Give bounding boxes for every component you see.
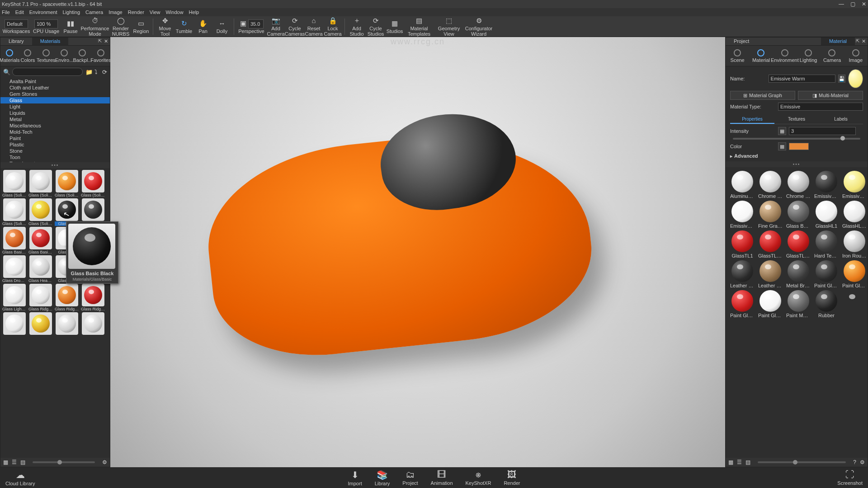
panel-pin-icon[interactable]: ⇱ (98, 38, 102, 43)
icontab-environment[interactable]: Environment (776, 49, 794, 63)
cpu-usage-button[interactable]: CPU Usage (32, 17, 61, 37)
menu-view[interactable]: View (150, 9, 160, 15)
configurator-wizard-button[interactable]: ⚙Configurator Wizard (464, 17, 493, 37)
category-item[interactable]: Liquids (0, 110, 110, 116)
material-thumbnail[interactable] (28, 312, 53, 335)
icontab-colors[interactable]: Colors (19, 49, 37, 63)
category-item[interactable]: Mold-Tech (0, 129, 110, 135)
dock-keyshotxr[interactable]: ⎈KeyShotXR (466, 469, 491, 486)
thumbnail-size-slider[interactable] (33, 461, 95, 463)
category-item[interactable]: Miscellaneous (0, 122, 110, 129)
grid-view-icon[interactable]: ▦ (728, 459, 733, 465)
icontab-scene[interactable]: Scene (728, 49, 746, 63)
workspaces-preset[interactable]: Workspaces (2, 17, 31, 37)
project-material-thumbnail[interactable]: Emissive Wa... (730, 201, 755, 229)
panel-splitter[interactable]: ••• (0, 162, 110, 168)
project-material-thumbnail[interactable]: GlassHLBu... (842, 201, 867, 229)
cycle-studios-button[interactable]: ⟳Cycle Studios (367, 17, 385, 37)
menu-file[interactable]: File (2, 9, 10, 15)
icontab-image[interactable]: Image (847, 49, 865, 63)
compact-view-icon[interactable]: ▤ (20, 459, 25, 465)
project-material-thumbnail[interactable]: Metal Brush... (786, 260, 811, 288)
tab-material[interactable]: Material (821, 38, 855, 45)
dock-library[interactable]: 📚Library (375, 469, 390, 486)
material-name-input[interactable] (769, 75, 835, 83)
pause-button[interactable]: ▮▮Pause (61, 17, 80, 37)
settings-icon[interactable]: ⚙ (860, 459, 865, 465)
minimize-button[interactable]: — (839, 1, 844, 7)
menu-camera[interactable]: Camera (85, 9, 103, 15)
texture-slot-icon[interactable]: ▦ (778, 142, 786, 150)
region-button[interactable]: ▭Region (132, 17, 150, 37)
project-material-thumbnail[interactable]: Paint Gloss ... (730, 290, 755, 318)
category-item[interactable]: Plastic (0, 141, 110, 148)
icontab-textures[interactable]: Textures (37, 49, 55, 63)
project-material-thumbnail[interactable]: GlassTLBum... (758, 230, 783, 258)
subtab-textures[interactable]: Textures (774, 115, 819, 124)
project-material-thumbnail[interactable]: Emissive Wa... (842, 171, 867, 199)
close-button[interactable]: ✕ (862, 1, 866, 7)
project-material-thumbnail[interactable]: Emissive Cool (814, 171, 839, 199)
material-thumbnail[interactable]: Glass Basic ... (28, 227, 53, 254)
material-templates-button[interactable]: ▤Material Templates (405, 17, 434, 37)
material-thumbnail[interactable]: Glass (Solid)... (81, 170, 105, 197)
folder-icon[interactable]: 📁 (85, 69, 92, 75)
move-tool-button[interactable]: ✥Move Tool (156, 17, 174, 37)
menu-render[interactable]: Render (128, 9, 144, 15)
category-item[interactable]: Metal (0, 116, 110, 122)
icontab-backplates[interactable]: Backpl... (73, 49, 91, 63)
icontab-camera[interactable]: Camera (823, 49, 841, 63)
render-viewport[interactable]: www.rrcg.cn (110, 37, 725, 467)
project-materials-grid[interactable]: Aluminum R...Chrome Poli...Chrome Ro...E… (726, 167, 868, 458)
material-thumbnail[interactable] (55, 312, 79, 335)
project-material-thumbnail[interactable]: Iron Rough (842, 230, 867, 258)
subtab-labels[interactable]: Labels (819, 115, 863, 124)
material-thumbnail[interactable]: Glass Ridge... (81, 284, 105, 311)
project-material-thumbnail[interactable]: GlassHL1 (814, 201, 839, 229)
dock-render[interactable]: 🖼Render (504, 469, 520, 486)
perspective-button[interactable]: ▣ Perspective (237, 17, 266, 37)
project-material-thumbnail[interactable]: Leather Blac... (758, 260, 783, 288)
dolly-button[interactable]: ↔Dolly (213, 17, 231, 37)
lock-camera-button[interactable]: 🔒Lock Camera (324, 17, 342, 37)
menu-image[interactable]: Image (108, 9, 123, 15)
material-graph-button[interactable]: ⊞Material Graph (730, 91, 795, 100)
project-material-thumbnail[interactable]: Aluminum R... (730, 171, 755, 199)
maximize-button[interactable]: ▢ (850, 1, 855, 7)
dock-import[interactable]: ⬇Import (348, 469, 362, 486)
material-thumbnail[interactable]: Glass Light ... (2, 284, 27, 311)
save-material-icon[interactable]: 💾 (838, 75, 845, 83)
add-studio-button[interactable]: ＋Add Studio (348, 17, 366, 37)
menu-lighting[interactable]: Lighting (62, 9, 80, 15)
material-type-select[interactable] (778, 103, 863, 111)
project-material-thumbnail[interactable]: Glass Basic ... (786, 201, 811, 229)
tumble-button[interactable]: ↻Tumble (175, 17, 193, 37)
multi-material-button[interactable]: ◨Multi-Material (798, 91, 863, 100)
material-thumbnail[interactable] (81, 312, 105, 335)
grid-view-icon[interactable]: ▦ (3, 459, 8, 465)
advanced-section-toggle[interactable]: Advanced (730, 153, 863, 159)
dock-project[interactable]: 🗂Project (402, 469, 418, 486)
cycle-cameras-button[interactable]: ⟳Cycle Cameras (286, 17, 304, 37)
project-material-thumbnail[interactable]: GlassTLBum... (786, 230, 811, 258)
icontab-environments[interactable]: Enviro... (55, 49, 73, 63)
category-item[interactable]: Toon (0, 154, 110, 160)
studios-button[interactable]: ▦Studios (386, 17, 404, 37)
subtab-properties[interactable]: Properties (730, 115, 774, 124)
render-nurbs-button[interactable]: ◯Render NURBS (110, 17, 131, 37)
compact-view-icon[interactable]: ▤ (745, 459, 750, 465)
project-material-thumbnail[interactable]: Leather Blac... (730, 260, 755, 288)
refresh-icon[interactable]: ⟳ (102, 69, 107, 75)
category-item[interactable]: Stone (0, 148, 110, 154)
reset-camera-button[interactable]: ⌂Reset Camera (305, 17, 323, 37)
screenshot-button[interactable]: ⛶Screenshot (837, 469, 863, 486)
project-material-thumbnail[interactable]: Paint Gloss ... (758, 290, 783, 318)
material-thumbnail[interactable]: Glass (Solid)... (28, 170, 53, 197)
settings-icon[interactable]: ⚙ (102, 459, 107, 465)
project-material-thumbnail[interactable]: Paint Gloss ... (814, 260, 839, 288)
tab-project[interactable]: Project (726, 38, 757, 45)
dock-animation[interactable]: 🎞Animation (431, 469, 453, 486)
category-item[interactable]: Light (0, 103, 110, 110)
pan-button[interactable]: ✋Pan (194, 17, 212, 37)
import-icon[interactable]: ⤵ (94, 69, 99, 75)
